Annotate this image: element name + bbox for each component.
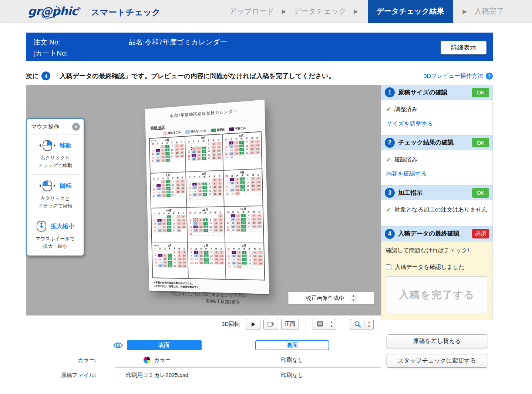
play-rotation-button[interactable] bbox=[246, 319, 260, 330]
magnifier-icon bbox=[354, 321, 361, 328]
legend-nonburnable-label: 燃えないごみ bbox=[191, 129, 206, 134]
back-file-value: 印刷なし bbox=[218, 368, 366, 383]
help-icon[interactable]: ? bbox=[486, 73, 493, 80]
check-icon: ✔ bbox=[386, 205, 391, 215]
toolbar-divider bbox=[306, 318, 306, 331]
step4-number-icon: 4 bbox=[385, 229, 395, 239]
section-processing: 3 加工指示 OK ✔ 対象となる加工の注文はありません bbox=[381, 185, 493, 226]
instruction-prefix: 次に bbox=[26, 71, 39, 80]
mouse-zoom-desc2: 拡大・縮小 bbox=[43, 243, 67, 249]
ok-badge: OK bbox=[472, 188, 489, 198]
play-icon bbox=[250, 322, 256, 327]
replace-manuscript-button[interactable]: 原稿を差し替える bbox=[387, 334, 487, 348]
confirm-checkbox-row[interactable]: 入稿データを確認しました bbox=[386, 263, 488, 271]
back-color-value: 印刷なし bbox=[218, 353, 366, 367]
mouse-zoom-help: 拡大縮小 マウスホイールで 拡大・縮小 bbox=[30, 221, 81, 250]
eye-icon[interactable] bbox=[113, 342, 123, 349]
calendar-months: 令和7年4月日月火水木金土123456789101112131415161718… bbox=[149, 131, 265, 281]
calendar-month: 11月日月火水木金土123456789101112131415161718192… bbox=[187, 207, 225, 243]
step-datacheck-result-active: データチェック結果 bbox=[368, 0, 453, 23]
preview-help-link[interactable]: 3Dプレビュー操作方法 bbox=[424, 72, 483, 80]
front-file-value: 印刷用ゴミカレ2025.psd bbox=[96, 368, 218, 383]
change-to-staff-check-button[interactable]: スタッフチェックに変更する bbox=[387, 354, 487, 368]
mouse-operations-panel: マウス操作 ✕ bbox=[26, 118, 84, 256]
legend-burnable-swatch bbox=[163, 131, 167, 135]
mouse-move-desc2: ドラッグで移動 bbox=[38, 163, 73, 168]
legend-burnable-label: 燃えるごみ bbox=[168, 130, 181, 135]
view-toolbar: 3D回転 正面 bbox=[26, 315, 381, 333]
zoom-selector[interactable]: ▲▼ bbox=[350, 319, 374, 330]
mouse-left-click-icon bbox=[39, 180, 56, 191]
calendar-month: 9月日月火水木金土1234567891011121314151617181920… bbox=[223, 169, 263, 207]
calendar-month: 7月日月火水木金土1234567891011121314151617181920… bbox=[150, 172, 187, 208]
front-view-button[interactable]: 正面 bbox=[281, 319, 299, 330]
order-info-bar: 注文 No: 品名:令和7年度ゴミカレンダー [カートNo: 詳細表示 bbox=[26, 33, 493, 61]
order-no-label: 注文 No: bbox=[33, 37, 129, 48]
calendar-month: 12月日月火水木金土123456789101112131415161718192… bbox=[224, 206, 264, 243]
instruction-row: 次に 4 「入稿データの最終確認」です。プレビューの内容に問題がなければ入稿を完… bbox=[26, 71, 493, 80]
calendar-month: 5月日月火水木金土1234567891011121314151617181920… bbox=[185, 134, 223, 172]
check-icon: ✔ bbox=[386, 105, 391, 114]
side-compare-panel: 表面 裏面 カラー: カラー 印刷なし 原稿ファイル: 印刷用ゴミカレ2025. bbox=[26, 333, 381, 383]
calendar-title: 令和7年度地区別収集日カレンダー bbox=[145, 106, 265, 121]
step-submit-complete: 入稿完了 bbox=[473, 6, 505, 16]
confirm-checkbox-label: 入稿データを確認しました bbox=[395, 263, 465, 271]
front-color-value: カラー bbox=[154, 357, 171, 364]
toolbar-divider bbox=[343, 318, 343, 331]
reset-rotation-button[interactable] bbox=[263, 319, 278, 330]
section2-title: チェック結果の確認 bbox=[398, 138, 454, 147]
confirm-content-link[interactable]: 内容を確認する bbox=[386, 170, 427, 178]
front-side-tab[interactable]: 表面 bbox=[127, 340, 202, 350]
section3-status: 対象となる加工の注文はありません bbox=[394, 205, 488, 215]
calendar-month: 8月日月火水木金土1234567891011121314151617181920… bbox=[186, 170, 224, 207]
cart-no-label: [カートNo: bbox=[33, 48, 227, 59]
calendar-month: 10月日月火水木金土123456789101112131415161718192… bbox=[151, 207, 188, 243]
rotate-3d-label: 3D回転 bbox=[222, 321, 240, 328]
cmyk-color-icon bbox=[144, 357, 150, 363]
section4-title: 入稿データの最終確認 bbox=[398, 230, 459, 238]
adjust-size-link[interactable]: サイズを調整する bbox=[386, 120, 433, 128]
preview-column: マウス操作 ✕ bbox=[26, 85, 381, 383]
close-icon[interactable]: ✕ bbox=[72, 123, 80, 131]
registered-mark: ® bbox=[78, 6, 81, 11]
step-datacheck: データチェック bbox=[292, 6, 348, 16]
step-upload: アップロード bbox=[228, 6, 276, 16]
confirm-checkbox[interactable] bbox=[386, 264, 391, 270]
section-final-confirm: 4 入稿データの最終確認 必須 確認して問題なければチェック! 入稿データを確認… bbox=[381, 226, 493, 320]
zoom-spin-arrows[interactable]: ▲▼ bbox=[364, 319, 373, 330]
detail-view-button[interactable]: 詳細表示 bbox=[441, 41, 486, 54]
legend-nonburnable-swatch bbox=[185, 130, 190, 134]
background-icon bbox=[316, 321, 324, 327]
main-area: マウス操作 ✕ bbox=[26, 85, 493, 383]
calendar-month: 6月日月火水木金土1234567891011121314151617181920… bbox=[222, 132, 262, 170]
section1-status: 調整済み bbox=[394, 105, 417, 114]
reset-rotation-icon bbox=[267, 321, 275, 328]
app-header: gr@phic® スマートチェック アップロード ▶ データチェック ▶ データ… bbox=[0, 0, 532, 23]
mouse-rotate-label: 回転 bbox=[60, 182, 71, 190]
confirm-instruction: 確認して問題なければチェック! bbox=[386, 247, 488, 254]
calendar-preview-sheet[interactable]: 令和7年度地区別収集日カレンダー 実籾 地区 燃えるごみ 燃えないごみ 資源物 … bbox=[145, 100, 269, 294]
step-arrow-icon: ▶ bbox=[282, 8, 286, 15]
mouse-right-click-icon bbox=[39, 140, 56, 151]
mouse-rotate-help: 回転 左クリックと ドラッグで回転 bbox=[30, 180, 81, 209]
complete-submission-button[interactable]: 入稿を完了する bbox=[386, 276, 488, 313]
section3-title: 加工指示 bbox=[398, 189, 422, 197]
mouse-move-label: 移動 bbox=[60, 142, 71, 150]
calendar-month: 令和8年1月日月火水木金土123456789101112131415161718… bbox=[152, 243, 188, 278]
instruction-text: 「入稿データの最終確認」です。プレビューの内容に問題がなければ入稿を完了してくだ… bbox=[53, 71, 335, 80]
back-side-tab[interactable]: 裏面 bbox=[255, 340, 329, 350]
graphic-logo: gr@phic® スマートチェック bbox=[28, 4, 161, 18]
required-badge: 必須 bbox=[472, 229, 489, 238]
background-spin-arrows[interactable]: ▲▼ bbox=[327, 319, 336, 330]
spinner-icon bbox=[350, 295, 357, 301]
status-text: 校正画像作成中 bbox=[306, 295, 344, 302]
calendar-month: 令和7年4月日月火水木金土123456789101112131415161718… bbox=[149, 136, 186, 173]
background-selector[interactable]: ▲▼ bbox=[313, 319, 336, 330]
step-arrow-icon: ▶ bbox=[462, 8, 467, 15]
mouse-zoom-label: 拡大縮小 bbox=[51, 223, 74, 230]
mouse-wheel-icon bbox=[36, 221, 47, 232]
ok-badge: OK bbox=[472, 88, 489, 97]
preview-canvas[interactable]: マウス操作 ✕ bbox=[26, 85, 381, 315]
mouse-panel-title: マウス操作 bbox=[31, 123, 59, 130]
check-sidebar: 1 原稿サイズの確認 OK ✔ 調整済み サイズを調整する 2 チェック結果の確… bbox=[381, 85, 493, 368]
